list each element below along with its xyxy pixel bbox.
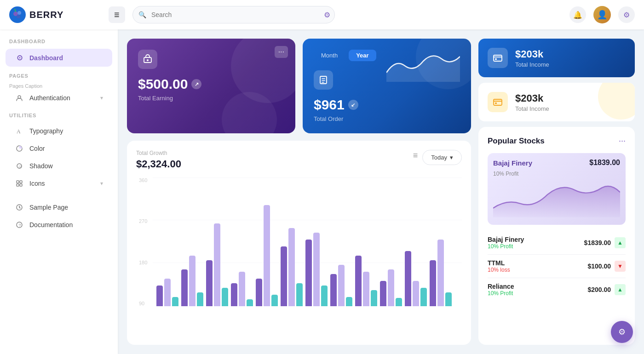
sidebar-item-color[interactable]: Color <box>6 140 112 157</box>
bar-teal <box>197 292 203 306</box>
notification-button[interactable]: 🔔 <box>569 6 586 23</box>
search-input[interactable] <box>132 6 335 23</box>
svg-point-9 <box>18 165 22 169</box>
svg-text:A: A <box>17 128 21 135</box>
bar-teal <box>346 297 352 306</box>
bar-group <box>405 251 427 306</box>
order-card-icon <box>314 70 333 90</box>
sidebar-item-authentication[interactable]: Authentication ▾ <box>6 90 112 106</box>
bajaj-name: Bajaj Finery <box>493 159 532 167</box>
earning-more-button[interactable]: ··· <box>275 46 288 58</box>
shadow-icon <box>15 162 24 170</box>
search-bar: 🔍 ⚙ <box>132 6 335 23</box>
svg-rect-11 <box>20 181 22 183</box>
bar-purple <box>281 246 287 306</box>
income-yellow-text: $203k Total Income <box>515 92 549 112</box>
earning-amount: $500.00 ↗ <box>138 76 284 92</box>
bar-purple <box>355 256 362 306</box>
growth-info: Total Growth $2,324.00 <box>136 150 181 170</box>
income-card-yellow: $203k Total Income <box>478 83 635 121</box>
sidebar: Dashboard ⊙ Dashboard Pages Pages Captio… <box>0 29 118 354</box>
stock-info: Reliance10% Profit <box>488 283 514 297</box>
income-yellow-icon <box>488 92 508 112</box>
bar-purple <box>206 260 213 306</box>
bajaj-mini-chart <box>493 181 620 217</box>
svg-point-2 <box>17 11 21 15</box>
sidebar-item-dashboard[interactable]: ⊙ Dashboard <box>6 49 112 67</box>
bar-light-purple <box>437 240 444 306</box>
bar-light-purple <box>313 233 320 306</box>
svg-rect-25 <box>494 99 502 105</box>
year-toggle-button[interactable]: Year <box>349 50 376 61</box>
bar-purple <box>231 283 237 306</box>
bar-purple <box>305 240 312 306</box>
stock-right: $1839.00▲ <box>584 237 626 248</box>
order-trend-icon: ↙ <box>348 100 358 110</box>
shadow-label: Shadow <box>29 162 53 170</box>
bar-group <box>355 256 377 306</box>
bar-group <box>206 223 228 306</box>
bajaj-price: $1839.00 <box>589 159 620 167</box>
month-toggle-button[interactable]: Month <box>314 50 345 61</box>
income-yellow-amount: $203k <box>515 92 549 104</box>
bar-group <box>281 228 303 306</box>
growth-amount: $2,324.00 <box>136 158 181 170</box>
bar-teal <box>371 290 377 306</box>
icons-chevron-icon: ▾ <box>100 180 103 187</box>
sidebar-item-documentation[interactable]: ? Documentation <box>6 217 112 233</box>
sidebar-item-typography[interactable]: A Typography <box>6 123 112 139</box>
app-header: BERRY ☰ 🔍 ⚙ 🔔 👤 ⚙ <box>0 0 644 29</box>
svg-rect-26 <box>495 103 497 104</box>
order-amount: $961 ↙ <box>314 97 386 113</box>
bar-light-purple <box>288 228 295 306</box>
svg-rect-23 <box>494 55 502 61</box>
stock-rows-container: Bajaj Finery10% Profit$1839.00▲TTML10% l… <box>488 231 626 301</box>
bar-group <box>231 272 253 306</box>
income-yellow-label: Total Income <box>515 105 549 112</box>
color-icon <box>15 145 24 152</box>
bar-teal <box>271 295 278 306</box>
stock-trend: 10% Profit <box>488 243 524 250</box>
bar-purple <box>430 260 436 306</box>
fab-settings-button[interactable]: ⚙ <box>611 321 633 343</box>
settings-button[interactable]: ⚙ <box>618 6 635 23</box>
today-label: Today <box>431 154 447 161</box>
bar-teal <box>420 288 427 306</box>
svg-rect-24 <box>495 58 497 60</box>
gear-icon: ⚙ <box>623 11 630 19</box>
search-filter-button[interactable]: ⚙ <box>324 11 330 19</box>
search-icon: 🔍 <box>138 11 146 18</box>
order-toggle: Month Year <box>314 50 386 61</box>
bar-light-purple <box>239 272 245 306</box>
auth-icon <box>15 94 24 102</box>
stocks-more-button[interactable]: ··· <box>619 136 626 146</box>
sidebar-item-sample-page[interactable]: Sample Page <box>6 199 112 216</box>
bar-light-purple <box>413 281 419 306</box>
hamburger-button[interactable]: ☰ <box>109 6 125 23</box>
bar-purple <box>380 281 386 306</box>
sidebar-item-shadow[interactable]: Shadow <box>6 158 112 174</box>
auth-chevron-icon: ▾ <box>100 95 103 101</box>
stock-trend: 10% loss <box>488 267 510 273</box>
avatar-image: 👤 <box>597 10 607 20</box>
today-filter-button[interactable]: Today ▾ <box>422 150 462 165</box>
bar-group <box>305 233 328 306</box>
svg-point-3 <box>17 15 20 18</box>
stock-name: TTML <box>488 259 510 267</box>
bar-chart-wrapper: 360 270 180 90 <box>153 177 462 306</box>
order-card-chart <box>386 50 460 82</box>
svg-rect-10 <box>17 181 19 183</box>
hamburger-icon: ☰ <box>114 11 120 18</box>
bar-group <box>181 256 203 306</box>
sidebar-item-icons[interactable]: Icons ▾ <box>6 175 112 192</box>
avatar[interactable]: 👤 <box>593 6 611 23</box>
svg-point-5 <box>18 96 21 98</box>
stock-name: Reliance <box>488 283 514 290</box>
chart-menu-button[interactable]: ≡ <box>413 151 418 160</box>
income-card-blue: $203k Total Income <box>478 39 635 77</box>
bar-group <box>430 240 452 306</box>
stock-row: TTML10% loss$100.00▼ <box>488 254 626 278</box>
bar-purple <box>256 279 262 306</box>
dashboard-icon: ⊙ <box>15 53 24 62</box>
bar-purple <box>330 274 337 306</box>
